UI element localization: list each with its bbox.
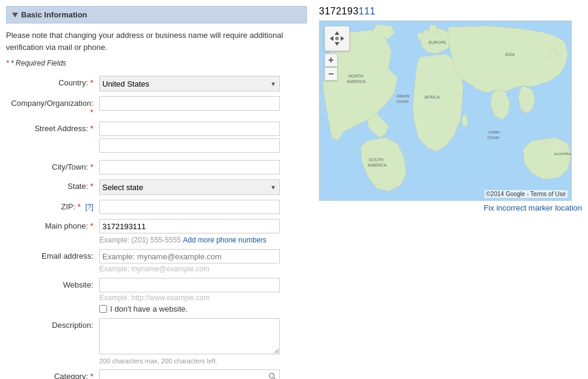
- zoom-controls: + −: [324, 54, 350, 81]
- right-panel: 3172193111: [319, 6, 582, 379]
- zip-label: ZIP: * [?]: [6, 200, 99, 211]
- state-controls: Select state Alabama Alaska Arizona Cali…: [99, 179, 307, 195]
- country-label: Country: *: [6, 76, 99, 87]
- phone-helper: Example: (201) 555-5555 Add more phone n…: [99, 235, 307, 244]
- street-input-1[interactable]: [99, 122, 280, 136]
- description-label: Description:: [6, 318, 99, 330]
- svg-text:AUSTRA: AUSTRA: [554, 152, 571, 156]
- zip-row: ZIP: * [?]: [6, 200, 307, 214]
- category-label: Category: *: [6, 369, 99, 379]
- map-phone-display: 3172193111: [319, 6, 582, 17]
- city-row: City/Town: *: [6, 160, 307, 174]
- svg-text:AFRICA: AFRICA: [424, 95, 440, 99]
- section-header: Basic Information: [6, 6, 307, 23]
- svg-text:Indian: Indian: [489, 130, 500, 134]
- website-label: Website:: [6, 278, 99, 289]
- section-title: Basic Information: [21, 10, 87, 19]
- state-label: State: *: [6, 179, 99, 191]
- phone-label: Main phone: *: [6, 219, 99, 230]
- svg-text:Ocean: Ocean: [397, 99, 409, 103]
- svg-text:ASIA: ASIA: [505, 52, 515, 57]
- map-attribution: ©2014 Google - Terms of Use: [484, 190, 568, 198]
- zoom-out-button[interactable]: −: [324, 67, 338, 81]
- map-controls: + −: [324, 26, 350, 81]
- company-controls: [99, 96, 307, 111]
- category-controls: Which categories (up to 5) best describe…: [99, 369, 307, 379]
- email-row: Email address: Example: myname@example.c…: [6, 249, 307, 273]
- description-textarea[interactable]: [99, 318, 280, 354]
- add-phone-link[interactable]: Add more phone numbers: [183, 236, 267, 244]
- category-input[interactable]: [99, 369, 280, 379]
- svg-point-0: [270, 374, 274, 378]
- category-search-button[interactable]: [265, 369, 280, 379]
- phone-input[interactable]: [99, 219, 280, 233]
- map-container[interactable]: NORTH AMERICA SOUTH AMERICA EUROPE AFRIC…: [319, 20, 572, 201]
- website-controls: Example: http://www.example.com I don't …: [99, 278, 307, 313]
- city-input[interactable]: [99, 160, 280, 174]
- char-count: 200 characters max, 200 characters left.: [99, 357, 307, 365]
- email-input[interactable]: [99, 249, 280, 263]
- street-row: Street Address: *: [6, 122, 307, 155]
- svg-text:SOUTH: SOUTH: [369, 158, 383, 162]
- website-input[interactable]: [99, 278, 280, 292]
- phone-row: Main phone: * Example: (201) 555-5555 Ad…: [6, 219, 307, 244]
- main-container: Basic Information Please note that chang…: [0, 0, 588, 379]
- pan-control-icon: [327, 29, 347, 48]
- no-website-label: I don't have a website.: [110, 304, 188, 313]
- state-select-wrapper: Select state Alabama Alaska Arizona Cali…: [99, 179, 280, 195]
- street-label: Street Address: *: [6, 122, 99, 133]
- city-label: City/Town: *: [6, 160, 99, 171]
- required-asterisk: *: [6, 59, 11, 67]
- country-select[interactable]: United States Canada United Kingdom Aust…: [99, 76, 280, 91]
- description-row: Description: 200 characters max, 200 cha…: [6, 318, 307, 365]
- map-nav-control[interactable]: [324, 26, 350, 51]
- phone-blue-part: 111: [359, 6, 376, 16]
- svg-marker-19: [335, 42, 339, 46]
- website-row: Website: Example: http://www.example.com…: [6, 278, 307, 313]
- phone-example: Example: (201) 555-5555: [99, 236, 181, 244]
- zip-controls: [99, 200, 307, 214]
- svg-text:Atlantic: Atlantic: [396, 94, 410, 98]
- email-controls: Example: myname@example.com: [99, 249, 307, 273]
- no-website-checkbox[interactable]: [99, 305, 107, 313]
- notice-text: Please note that changing your address o…: [6, 29, 307, 53]
- phone-black-part: 3172193: [319, 6, 359, 16]
- city-controls: [99, 160, 307, 174]
- svg-text:AMERICA: AMERICA: [368, 163, 387, 167]
- company-input[interactable]: [99, 96, 280, 111]
- email-placeholder-hint: Example: myname@example.com: [99, 265, 307, 273]
- street-input-2[interactable]: [99, 138, 280, 153]
- category-row: Category: * Which categories (up to 5) b…: [6, 369, 307, 379]
- svg-marker-21: [341, 36, 344, 41]
- svg-text:NORTH: NORTH: [348, 74, 364, 78]
- description-controls: 200 characters max, 200 characters left.: [99, 318, 307, 365]
- terms-of-use-link[interactable]: Terms of Use: [530, 191, 566, 197]
- svg-marker-18: [335, 31, 339, 35]
- zoom-in-button[interactable]: +: [324, 54, 338, 67]
- country-controls: United States Canada United Kingdom Aust…: [99, 76, 307, 91]
- zip-help-link[interactable]: [?]: [85, 203, 93, 211]
- state-row: State: * Select state Alabama Alaska Ari…: [6, 179, 307, 195]
- country-select-wrapper: United States Canada United Kingdom Aust…: [99, 76, 280, 91]
- phone-controls: Example: (201) 555-5555 Add more phone n…: [99, 219, 307, 244]
- street-controls: [99, 122, 307, 155]
- state-select[interactable]: Select state Alabama Alaska Arizona Cali…: [99, 179, 280, 195]
- company-label: Company/Organization: *: [6, 96, 99, 117]
- search-icon: [268, 372, 277, 379]
- no-website-row: I don't have a website.: [99, 304, 307, 313]
- left-panel: Basic Information Please note that chang…: [6, 6, 307, 379]
- svg-text:Ocean: Ocean: [487, 135, 500, 140]
- zip-input[interactable]: [99, 200, 280, 214]
- world-map-svg: NORTH AMERICA SOUTH AMERICA EUROPE AFRIC…: [320, 21, 571, 200]
- svg-marker-20: [330, 36, 333, 41]
- email-label: Email address:: [6, 249, 99, 260]
- website-example: Example: http://www.example.com: [99, 294, 307, 302]
- category-input-wrapper: [99, 369, 280, 379]
- collapse-icon: [12, 13, 18, 17]
- country-row: Country: * United States Canada United K…: [6, 76, 307, 91]
- svg-text:EUROPE: EUROPE: [429, 40, 447, 45]
- svg-point-22: [335, 37, 339, 40]
- company-row: Company/Organization: *: [6, 96, 307, 117]
- fix-marker-link[interactable]: Fix incorrect marker location: [319, 203, 582, 212]
- required-note: * * Required Fields: [6, 59, 307, 67]
